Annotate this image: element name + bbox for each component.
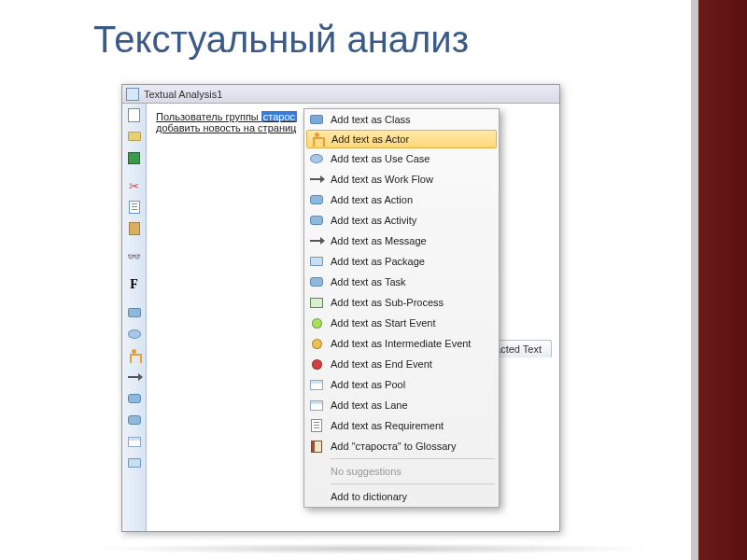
swim-icon xyxy=(308,377,325,392)
arrow-icon xyxy=(308,172,325,187)
tool-package-icon[interactable] xyxy=(125,432,144,451)
window-titlebar: Textual Analysis1 xyxy=(122,85,559,104)
menu-item-label: Add "староста" to Glossary xyxy=(331,441,456,452)
menu-item-label: Add text as Requirement xyxy=(331,420,444,431)
menu-item-label: Add text as Actor xyxy=(331,133,409,145)
menu-item-label: Add text as Action xyxy=(331,194,413,205)
menu-item-12[interactable]: Add text as End Event xyxy=(304,354,499,374)
menu-item-label: Add text as Intermediate Event xyxy=(331,338,471,349)
menu-item-7[interactable]: Add text as Package xyxy=(304,251,499,272)
oval-icon xyxy=(308,151,325,166)
menu-item-label: Add text as Pool xyxy=(331,379,405,390)
swim-icon xyxy=(308,398,325,413)
menu-item-label: Add text as Message xyxy=(331,235,427,246)
folder-blue-icon xyxy=(308,254,325,269)
menu-item-2[interactable]: Add text as Use Case xyxy=(304,148,499,169)
doc-icon xyxy=(308,418,325,433)
rect-round-icon xyxy=(308,213,325,228)
book-icon xyxy=(308,439,325,454)
menu-item-10[interactable]: Add text as Start Event xyxy=(304,313,499,333)
menu-item-label: Add text as Lane xyxy=(331,399,408,411)
tool-cut-icon[interactable]: ✂ xyxy=(125,176,144,195)
tool-activity-icon[interactable] xyxy=(125,411,144,429)
menu-item-15[interactable]: Add text as Requirement xyxy=(304,415,499,436)
rect-round-icon xyxy=(308,274,325,289)
tool-copy-icon[interactable] xyxy=(125,198,144,217)
context-menu: Add text as ClassAdd text as ActorAdd te… xyxy=(303,108,500,508)
text-line-2: добавить новость на страниц xyxy=(156,122,296,133)
rect-round-icon xyxy=(308,192,325,207)
menu-item-label: Add text as Task xyxy=(331,276,406,287)
window-title: Textual Analysis1 xyxy=(144,89,222,100)
tool-find-icon[interactable]: 👓 xyxy=(125,247,144,266)
menu-item-1[interactable]: Add text as Actor xyxy=(306,130,497,148)
menu-item-0[interactable]: Add text as Class xyxy=(304,109,499,130)
tool-usecase-icon[interactable] xyxy=(125,325,144,343)
menu-item-label: Add text as Activity xyxy=(331,215,416,226)
menu-item-5[interactable]: Add text as Activity xyxy=(304,210,499,231)
tool-action-icon[interactable] xyxy=(125,389,144,408)
window-doc-icon xyxy=(126,88,139,101)
circle-icon xyxy=(308,357,325,371)
menu-item-label: Add text as Start Event xyxy=(331,317,436,329)
menu-item-16[interactable]: Add "староста" to Glossary xyxy=(304,436,499,456)
menu-add-to-dictionary[interactable]: Add to dictionary xyxy=(304,486,499,507)
menu-item-4[interactable]: Add text as Action xyxy=(304,189,499,210)
circle-icon xyxy=(308,315,325,330)
menu-item-label: Add text as Work Flow xyxy=(331,174,433,185)
menu-item-label: Add text as End Event xyxy=(331,358,432,370)
menu-item-13[interactable]: Add text as Pool xyxy=(304,374,499,395)
tool-open-icon[interactable] xyxy=(125,127,144,146)
menu-item-9[interactable]: Add text as Sub-Process xyxy=(304,292,499,313)
menu-item-3[interactable]: Add text as Work Flow xyxy=(304,169,499,189)
menu-item-8[interactable]: Add text as Task xyxy=(304,272,499,292)
arrow-icon xyxy=(308,233,325,248)
toolbar-left: ✂ 👓 F xyxy=(122,104,147,531)
tool-class-icon[interactable] xyxy=(125,303,144,322)
selected-text: старос xyxy=(261,111,297,122)
rect-plus-icon xyxy=(308,295,325,310)
tool-actor-icon[interactable] xyxy=(125,346,144,365)
menu-item-11[interactable]: Add text as Intermediate Event xyxy=(304,333,499,354)
text-line-1: Пользователь группы старос xyxy=(156,111,297,122)
tool-new-icon[interactable] xyxy=(125,105,144,124)
tool-font-icon[interactable]: F xyxy=(125,275,144,294)
circle-icon xyxy=(308,336,325,351)
menu-item-14[interactable]: Add text as Lane xyxy=(304,395,499,415)
slide-shadow xyxy=(93,543,654,554)
tool-paste-icon[interactable] xyxy=(125,219,144,238)
menu-item-label: Add text as Package xyxy=(331,256,425,267)
slide-right-border xyxy=(691,0,747,560)
tool-save-icon[interactable] xyxy=(125,148,144,167)
slide-title: Текстуальный анализ xyxy=(0,0,747,61)
menu-item-label: Add text as Use Case xyxy=(331,153,430,164)
tool-arrow-icon[interactable] xyxy=(125,368,144,386)
menu-item-label: Add text as Class xyxy=(331,114,411,125)
slide: Текстуальный анализ Textual Analysis1 ✂ … xyxy=(0,0,747,560)
class-rect-icon xyxy=(308,112,325,127)
tool-folder-icon[interactable] xyxy=(125,454,144,472)
menu-item-6[interactable]: Add text as Message xyxy=(304,231,499,251)
menu-no-suggestions: No suggestions xyxy=(304,461,499,482)
menu-item-label: Add text as Sub-Process xyxy=(331,297,444,308)
actor-icon xyxy=(309,132,326,147)
